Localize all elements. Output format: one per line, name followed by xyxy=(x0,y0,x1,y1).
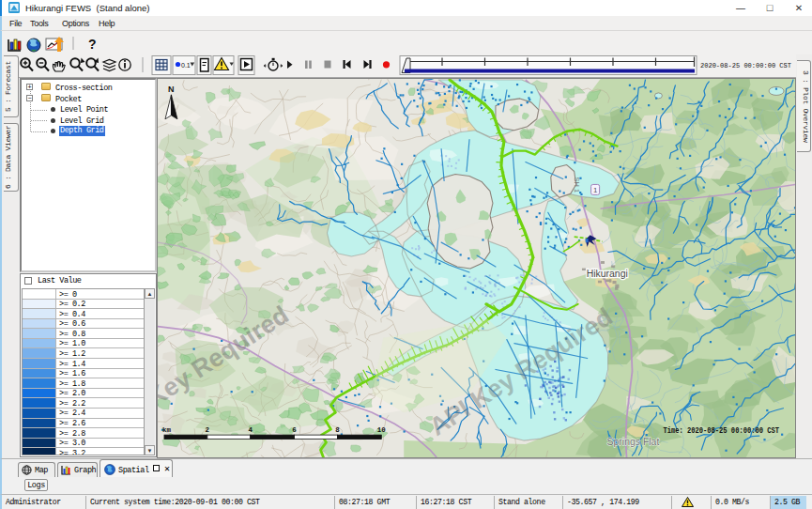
svg-text:2: 2 xyxy=(206,426,210,434)
svg-text:0.1: 0.1 xyxy=(181,62,191,69)
svg-text:10: 10 xyxy=(377,426,386,434)
svg-text:km: km xyxy=(162,426,171,434)
svg-text:2020-08-25 00:00:00 CST: 2020-08-25 00:00:00 CST xyxy=(700,61,791,69)
svg-text:6: 6 xyxy=(292,426,297,434)
svg-text:Springs Flat: Springs Flat xyxy=(607,437,660,447)
svg-text:N: N xyxy=(168,85,174,94)
svg-text:4: 4 xyxy=(248,426,253,434)
svg-text:?: ? xyxy=(88,37,97,52)
svg-text:1: 1 xyxy=(593,186,598,194)
svg-text:8: 8 xyxy=(335,426,340,434)
svg-text:SH 1: SH 1 xyxy=(573,177,581,193)
svg-text:Hikurangi: Hikurangi xyxy=(587,269,628,279)
svg-text:Time: 2020-08-25 00:00:00 CST: Time: 2020-08-25 00:00:00 CST xyxy=(663,426,779,435)
